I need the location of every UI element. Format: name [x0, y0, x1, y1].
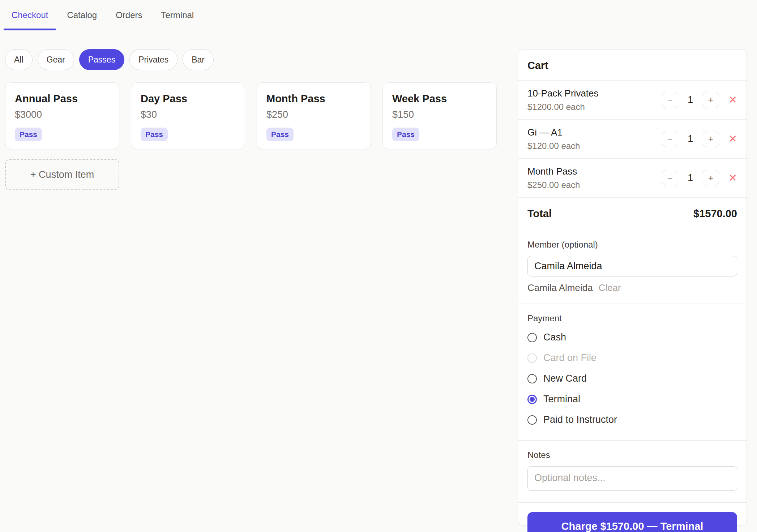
payment-options: Cash Card on File New Card Terminal Paid…	[527, 327, 737, 430]
payment-option-terminal[interactable]: Terminal	[527, 389, 737, 409]
product-price: $250	[266, 109, 361, 120]
product-category-badge: Pass	[15, 128, 42, 141]
increase-qty-button[interactable]: +	[703, 131, 719, 147]
radio-icon-selected	[527, 395, 537, 404]
cart-item-name: Gi — A1	[527, 127, 580, 138]
cart-item-qty: 1	[685, 172, 696, 184]
cart-item-row: Gi — A1 $120.00 each − 1 + ✕	[518, 120, 747, 159]
product-category-badge: Pass	[141, 128, 168, 141]
clear-member-button[interactable]: Clear	[599, 282, 621, 293]
payment-option-cash[interactable]: Cash	[527, 327, 737, 348]
product-name: Week Pass	[392, 93, 487, 105]
cart-footer: Charge $1570.00 — Terminal	[518, 503, 747, 532]
remove-item-button[interactable]: ✕	[728, 173, 737, 183]
member-label: Member (optional)	[527, 240, 737, 250]
product-card-week-pass[interactable]: Week Pass $150 Pass	[382, 82, 497, 149]
radio-icon	[527, 333, 537, 342]
cart-item-row: Month Pass $250.00 each − 1 + ✕	[518, 159, 747, 198]
decrease-qty-button[interactable]: −	[662, 170, 678, 186]
payment-option-paid-to-instructor[interactable]: Paid to Instructor	[527, 409, 737, 430]
filter-chip-all[interactable]: All	[5, 49, 33, 70]
top-nav: Checkout Catalog Orders Terminal	[0, 0, 757, 30]
tab-checkout[interactable]: Checkout	[4, 0, 56, 30]
product-card-annual-pass[interactable]: Annual Pass $3000 Pass	[5, 82, 119, 149]
notes-section: Notes	[518, 441, 747, 503]
remove-item-button[interactable]: ✕	[728, 95, 737, 105]
decrease-qty-button[interactable]: −	[662, 92, 678, 108]
payment-option-card-on-file: Card on File	[527, 348, 737, 368]
increase-qty-button[interactable]: +	[703, 170, 719, 186]
filter-chip-gear[interactable]: Gear	[38, 49, 74, 70]
charge-button[interactable]: Charge $1570.00 — Terminal	[527, 512, 737, 532]
cart-item-unit-price: $250.00 each	[527, 180, 580, 190]
cart-item-info: Month Pass $250.00 each	[527, 166, 580, 190]
add-custom-item-button[interactable]: + Custom Item	[5, 159, 119, 190]
payment-label: Payment	[527, 313, 737, 323]
payment-section: Payment Cash Card on File New Card Termi…	[518, 304, 747, 441]
cart-item-qty: 1	[685, 94, 696, 106]
radio-icon	[527, 374, 537, 383]
notes-input[interactable]	[527, 466, 737, 491]
selected-member-name: Camila Almeida	[527, 282, 593, 293]
payment-option-label: Paid to Instructor	[543, 414, 617, 425]
tab-catalog[interactable]: Catalog	[59, 0, 105, 30]
filter-chip-privates[interactable]: Privates	[129, 49, 178, 70]
cart-title: Cart	[518, 50, 747, 81]
radio-icon	[527, 353, 537, 363]
payment-option-label: Terminal	[543, 394, 580, 405]
cart-item-name: Month Pass	[527, 166, 580, 177]
cart-item-info: 10-Pack Privates $1200.00 each	[527, 88, 599, 112]
product-grid: Annual Pass $3000 Pass Day Pass $30 Pass…	[5, 82, 497, 149]
product-price: $150	[392, 109, 487, 120]
cart-item-unit-price: $120.00 each	[527, 141, 580, 151]
cart-total-row: Total $1570.00	[518, 198, 747, 230]
cart-item-unit-price: $1200.00 each	[527, 102, 599, 112]
product-name: Month Pass	[266, 93, 361, 105]
cart-item-qty: 1	[685, 133, 696, 145]
member-search-input[interactable]	[527, 256, 737, 276]
product-name: Annual Pass	[15, 93, 110, 105]
main-content: All Gear Passes Privates Bar Annual Pass…	[0, 30, 757, 525]
tab-terminal[interactable]: Terminal	[153, 0, 202, 30]
notes-label: Notes	[527, 450, 737, 460]
product-card-day-pass[interactable]: Day Pass $30 Pass	[131, 82, 245, 149]
product-price: $30	[141, 109, 235, 120]
filter-chip-passes[interactable]: Passes	[79, 49, 124, 70]
cart-item-controls: − 1 + ✕	[662, 131, 737, 147]
tab-orders[interactable]: Orders	[108, 0, 150, 30]
radio-icon	[527, 415, 537, 425]
total-value: $1570.00	[693, 208, 737, 220]
cart-item-row: 10-Pack Privates $1200.00 each − 1 + ✕	[518, 81, 747, 120]
increase-qty-button[interactable]: +	[703, 92, 719, 108]
payment-option-new-card[interactable]: New Card	[527, 368, 737, 389]
cart-item-info: Gi — A1 $120.00 each	[527, 127, 580, 151]
cart-panel: Cart 10-Pack Privates $1200.00 each − 1 …	[518, 49, 747, 525]
product-name: Day Pass	[141, 93, 235, 105]
member-helper-row: Camila AlmeidaClear	[527, 282, 737, 293]
filter-chip-bar[interactable]: Bar	[183, 49, 214, 70]
cart-item-controls: − 1 + ✕	[662, 170, 737, 186]
member-section: Member (optional) Camila AlmeidaClear	[518, 230, 747, 304]
payment-option-label: New Card	[543, 373, 587, 384]
catalog-column: All Gear Passes Privates Bar Annual Pass…	[5, 49, 497, 525]
decrease-qty-button[interactable]: −	[662, 131, 678, 147]
product-price: $3000	[15, 109, 110, 120]
category-filter-bar: All Gear Passes Privates Bar	[5, 49, 497, 70]
product-category-badge: Pass	[392, 128, 419, 141]
product-category-badge: Pass	[266, 128, 294, 141]
cart-item-controls: − 1 + ✕	[662, 92, 737, 108]
product-card-month-pass[interactable]: Month Pass $250 Pass	[257, 82, 371, 149]
remove-item-button[interactable]: ✕	[728, 134, 737, 144]
payment-option-label: Card on File	[543, 352, 596, 364]
total-label: Total	[527, 208, 552, 220]
payment-option-label: Cash	[543, 332, 566, 343]
cart-item-name: 10-Pack Privates	[527, 88, 599, 99]
